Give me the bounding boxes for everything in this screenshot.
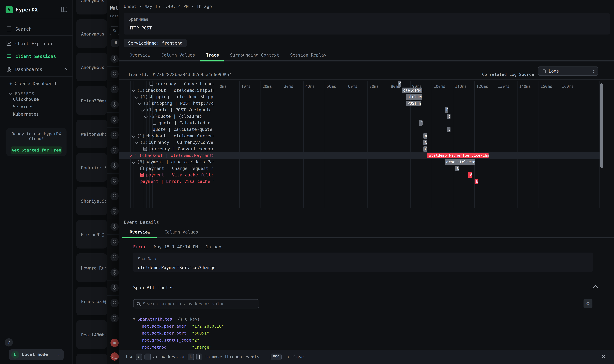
location-pin-icon[interactable] (110, 131, 119, 139)
span-bar[interactable]: { (447, 114, 450, 119)
attribute-row[interactable]: rpc.method"Charge" (142, 345, 166, 350)
session-card[interactable]: Pearl43@ho (76, 320, 107, 349)
location-pin-icon[interactable] (110, 299, 119, 307)
session-card[interactable]: Anonymous (76, 0, 107, 14)
span-bar[interactable]: V (468, 172, 472, 178)
location-pin-icon[interactable] (110, 207, 119, 216)
preset-kubernetes[interactable]: Kubernetes (13, 112, 39, 117)
edit-icon[interactable]: ✎ (224, 71, 229, 76)
location-pin-icon[interactable] (110, 314, 119, 322)
location-pin-icon[interactable] (110, 192, 119, 200)
span-bar[interactable]: E (475, 179, 478, 184)
location-pin-icon[interactable] (110, 268, 119, 277)
sidebar-item-dashboards[interactable]: Dashboards (0, 64, 73, 74)
span-bar[interactable]: c (447, 127, 450, 132)
location-pin-icon[interactable] (110, 70, 119, 78)
session-card[interactable]: Kieran92@h (76, 220, 107, 248)
drawer-header: Unset · May 15 1:40:14 PM · 1h ago (124, 4, 212, 9)
waterfall-scrollbar[interactable] (600, 83, 603, 168)
session-card[interactable]: Anonymous (76, 19, 107, 48)
span-bar[interactable]: oteldemo.Ship (402, 88, 422, 93)
service-name-chip[interactable]: ServiceName: frontend (124, 39, 187, 47)
log-source-select[interactable]: Logs ▴▾ (538, 66, 598, 76)
span-bar[interactable]: C (419, 120, 423, 126)
sidebar-item-search[interactable]: Search (0, 24, 73, 34)
location-pin-icon[interactable] (110, 222, 119, 231)
get-started-button[interactable]: Get Started for Free (11, 146, 62, 154)
session-filter-button[interactable]: H (111, 39, 119, 47)
session-search-input[interactable]: Sea (110, 26, 119, 35)
span-bar[interactable]: POST ht (406, 101, 421, 106)
divider (265, 353, 265, 360)
preset-services[interactable]: Services (13, 104, 34, 109)
span-bar[interactable]: C (455, 166, 459, 171)
location-pin-icon[interactable] (110, 100, 119, 109)
session-card[interactable]: Walton9@ho (76, 120, 107, 148)
indent-guide (131, 81, 131, 208)
span-bar[interactable]: Convert (398, 81, 401, 87)
divider (107, 295, 119, 296)
tab-column-values[interactable]: Column Values (161, 52, 195, 58)
location-pin-icon[interactable] (110, 238, 119, 246)
location-pin-icon[interactable] (110, 253, 119, 261)
location-pin-icon[interactable] (110, 55, 119, 63)
location-pin-icon[interactable] (110, 116, 119, 124)
gear-icon[interactable]: ⚙ (584, 299, 592, 308)
session-card[interactable]: Jonathan.B (76, 354, 107, 364)
location-pin-icon[interactable] (110, 85, 119, 93)
divider (107, 128, 119, 128)
tab-session-replay[interactable]: Session Replay (290, 52, 327, 58)
tab-ed-column-values[interactable]: Column Values (164, 230, 198, 234)
location-pin-icon[interactable] (110, 161, 119, 170)
preset-clickhouse[interactable]: Clickhouse (13, 97, 39, 102)
attribute-row[interactable]: net.sock.peer.port"50051" (142, 331, 186, 336)
divider (107, 66, 119, 67)
sidebar-item-chart-explorer[interactable]: Chart Explorer (0, 39, 73, 49)
tab-overview[interactable]: Overview (130, 52, 150, 58)
axis-tick-label: 30ms (284, 84, 293, 89)
attributes-search-input[interactable]: Search properties by key or value (133, 299, 259, 309)
close-icon[interactable]: ✕ (601, 353, 606, 360)
session-card[interactable]: Shaniya.Sc (76, 186, 107, 215)
grid-line (560, 81, 560, 208)
span-bar[interactable]: C (423, 146, 427, 152)
span-bar[interactable]: C (423, 140, 427, 145)
swap-arrows-icon[interactable]: ⇄ (110, 339, 119, 347)
attr-root-row[interactable]: ▼ SpanAttributes{} 6 keys (133, 317, 200, 322)
session-card[interactable]: Howard.Run (76, 253, 107, 282)
log-icon (140, 173, 144, 177)
session-card[interactable]: Roderick_S (76, 153, 107, 182)
location-pin-icon[interactable] (110, 284, 119, 292)
triangle-down-icon: ▼ (133, 317, 135, 321)
sidebar-item-client-sessions[interactable]: Client Sessions (0, 51, 73, 62)
attr-key-count: 6 keys (185, 317, 200, 322)
cloud-promo-line2: Cloud? (6, 136, 67, 141)
session-card[interactable]: Deion37@gm (76, 86, 107, 115)
tab-ed-overview[interactable]: Overview (130, 230, 150, 234)
session-card[interactable]: Ernesto33@ (76, 287, 107, 315)
sidebar-collapse-icon[interactable] (61, 6, 67, 13)
divider (107, 311, 119, 311)
location-pin-icon[interactable] (110, 177, 119, 185)
terminal-icon[interactable]: >_ (110, 352, 119, 361)
span-bar[interactable]: oteldemo (406, 94, 422, 100)
create-dashboard-button[interactable]: + Create Dashboard (10, 81, 56, 86)
divider (107, 97, 119, 97)
presets-toggle[interactable]: PRESETS (10, 89, 35, 97)
span-bar[interactable]: P (445, 107, 448, 113)
sidebar: ϟ HyperDX Search Chart Explorer Client S… (0, 0, 73, 364)
local-mode-button[interactable]: U Local mode › (9, 349, 64, 360)
span-bar[interactable]: o (423, 133, 427, 139)
span-bar[interactable]: grpc.oteldemo. (445, 159, 475, 165)
attribute-row[interactable]: net.sock.peer.addr"172.28.0.10" (142, 324, 186, 329)
grid-line (325, 81, 325, 208)
event-status-line: Error · May 15 1:40:14 PM · 1h ago (133, 244, 221, 249)
location-pin-icon[interactable] (110, 146, 119, 155)
tab-surrounding-context[interactable]: Surrounding Context (230, 52, 279, 58)
key-arrow-left: ← (136, 353, 142, 360)
span-bar[interactable]: oteldemo.PaymentService/Char (427, 153, 489, 158)
help-button[interactable]: ? (5, 338, 13, 347)
session-card[interactable]: Anonymous (76, 53, 107, 81)
tab-trace[interactable]: Trace (206, 52, 219, 58)
attribute-row[interactable]: rpc.grpc.status_code"2" (142, 338, 191, 343)
